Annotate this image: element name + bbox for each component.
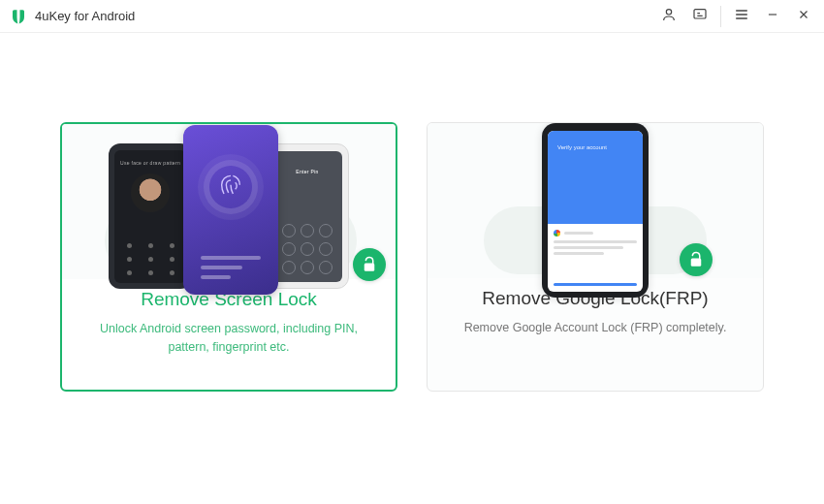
feedback-button[interactable] (685, 2, 714, 31)
card-body: Remove Screen Lock Unlock Android screen… (62, 279, 396, 390)
svg-rect-3 (691, 259, 702, 267)
phone-face-unlock: Use face or draw pattern (109, 143, 192, 289)
unlock-icon (353, 248, 386, 281)
google-lock-description: Remove Google Account Lock (FRP) complet… (455, 319, 736, 337)
google-icon (554, 230, 560, 236)
fingerprint-icon (209, 166, 252, 208)
verify-account-label: Verify your account (557, 144, 633, 150)
titlebar-divider (720, 6, 721, 27)
app-logo-icon (10, 8, 27, 25)
feedback-icon (692, 7, 708, 26)
google-lock-illustration: Verify your account (428, 123, 763, 278)
svg-rect-2 (364, 264, 375, 271)
remove-google-lock-card[interactable]: Verify your account (427, 122, 764, 392)
remove-screen-lock-card[interactable]: Use face or draw pattern Enter Pin (60, 122, 397, 392)
minimize-icon (766, 8, 779, 25)
unlock-icon (680, 243, 713, 276)
account-icon (661, 7, 677, 26)
pin-label: Enter Pin (272, 169, 342, 174)
menu-button[interactable] (727, 2, 756, 31)
app-title: 4uKey for Android (35, 9, 654, 23)
phone-google-frp: Verify your account (542, 123, 649, 298)
minimize-button[interactable] (758, 2, 787, 31)
svg-rect-1 (694, 9, 706, 17)
title-bar: 4uKey for Android (0, 0, 824, 33)
svg-point-0 (666, 9, 671, 14)
face-unlock-label: Use face or draw pattern (114, 160, 186, 166)
close-icon (797, 8, 810, 25)
menu-icon (734, 7, 749, 26)
close-button[interactable] (789, 2, 818, 31)
screen-lock-description: Unlock Android screen password, includin… (89, 320, 368, 358)
screen-lock-illustration: Use face or draw pattern Enter Pin (62, 124, 396, 279)
phone-fingerprint-unlock (183, 125, 278, 295)
main-content: Use face or draw pattern Enter Pin (0, 33, 824, 392)
titlebar-actions (654, 2, 818, 31)
face-icon (131, 173, 170, 212)
account-button[interactable] (654, 2, 683, 31)
